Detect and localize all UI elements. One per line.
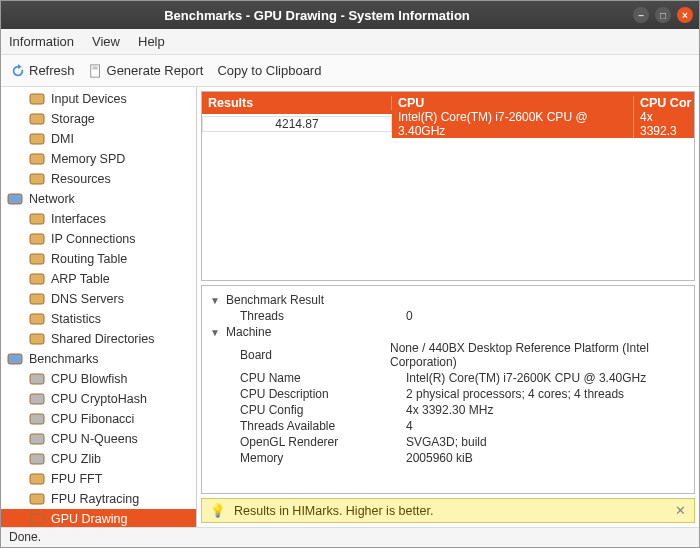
menu-help[interactable]: Help (138, 34, 165, 49)
detail-key: Memory (240, 451, 400, 465)
detail-key: CPU Name (240, 371, 400, 385)
menu-view[interactable]: View (92, 34, 120, 49)
sidebar-item-interfaces[interactable]: Interfaces (1, 209, 196, 229)
result-value: 4214.87 (202, 116, 392, 132)
sidebar-item-label: CPU Fibonacci (51, 412, 134, 426)
detail-section[interactable]: ▼Benchmark Result (210, 292, 686, 308)
cpu-icon (29, 411, 45, 427)
minimize-button[interactable]: – (633, 7, 649, 23)
col-header-results[interactable]: Results (202, 96, 392, 110)
copy-clipboard-button[interactable]: Copy to Clipboard (217, 63, 321, 78)
menu-information[interactable]: Information (9, 34, 74, 49)
detail-value: 2005960 kiB (406, 451, 473, 465)
detail-row: BoardNone / 440BX Desktop Reference Plat… (210, 340, 686, 370)
dns-icon (29, 291, 45, 307)
copy-clipboard-label: Copy to Clipboard (217, 63, 321, 78)
detail-value: 4 (406, 419, 413, 433)
svg-rect-12 (30, 274, 44, 284)
sidebar-item-label: IP Connections (51, 232, 136, 246)
detail-row: Threads0 (210, 308, 686, 324)
col-header-cpu[interactable]: CPU (392, 96, 634, 110)
svg-rect-17 (30, 374, 44, 384)
svg-rect-7 (30, 174, 44, 184)
sidebar-item-statistics[interactable]: Statistics (1, 309, 196, 329)
refresh-button[interactable]: Refresh (11, 63, 75, 78)
sidebar-item-resources[interactable]: Resources (1, 169, 196, 189)
detail-value: None / 440BX Desktop Reference Platform … (390, 341, 686, 369)
col-header-cpuconfig[interactable]: CPU Cor (634, 96, 694, 110)
result-cpu: Intel(R) Core(TM) i7-2600K CPU @ 3.40GHz (392, 110, 634, 138)
sidebar[interactable]: Input DevicesStorageDMIMemory SPDResourc… (1, 87, 197, 527)
table-row[interactable]: 4214.87 Intel(R) Core(TM) i7-2600K CPU @… (202, 114, 694, 134)
arp-icon (29, 271, 45, 287)
svg-rect-4 (30, 114, 44, 124)
hint-close-icon[interactable]: ✕ (675, 503, 686, 518)
detail-value: 4x 3392.30 MHz (406, 403, 493, 417)
generate-report-label: Generate Report (107, 63, 204, 78)
memory-icon (29, 151, 45, 167)
svg-rect-24 (30, 514, 44, 524)
sidebar-item-cpu-cryptohash[interactable]: CPU CryptoHash (1, 389, 196, 409)
shared-icon (29, 331, 45, 347)
result-cfg: 4x 3392.3 (634, 110, 694, 138)
sidebar-item-arp-table[interactable]: ARP Table (1, 269, 196, 289)
sidebar-item-fpu-raytracing[interactable]: FPU Raytracing (1, 489, 196, 509)
detail-value: 2 physical processors; 4 cores; 4 thread… (406, 387, 624, 401)
svg-rect-1 (92, 66, 97, 67)
sidebar-group-network[interactable]: Network (1, 189, 196, 209)
svg-rect-21 (30, 454, 44, 464)
fpu-icon (29, 471, 45, 487)
sidebar-item-label: FPU Raytracing (51, 492, 139, 506)
sidebar-group-label: Benchmarks (29, 352, 98, 366)
sidebar-group-benchmarks[interactable]: Benchmarks (1, 349, 196, 369)
generate-report-button[interactable]: Generate Report (89, 63, 204, 78)
sidebar-item-gpu-drawing[interactable]: GPU Drawing (1, 509, 196, 527)
sidebar-item-dmi[interactable]: DMI (1, 129, 196, 149)
sidebar-item-cpu-zlib[interactable]: CPU Zlib (1, 449, 196, 469)
detail-section-title: Machine (226, 325, 271, 339)
svg-rect-13 (30, 294, 44, 304)
lightbulb-icon: 💡 (210, 503, 226, 518)
svg-rect-23 (30, 494, 44, 504)
sidebar-item-cpu-fibonacci[interactable]: CPU Fibonacci (1, 409, 196, 429)
sidebar-item-storage[interactable]: Storage (1, 109, 196, 129)
detail-row: Threads Available4 (210, 418, 686, 434)
svg-rect-19 (30, 414, 44, 424)
fpu-icon (29, 491, 45, 507)
svg-rect-9 (30, 214, 44, 224)
maximize-button[interactable]: □ (655, 7, 671, 23)
interfaces-icon (29, 211, 45, 227)
sidebar-item-label: Interfaces (51, 212, 106, 226)
window-title: Benchmarks - GPU Drawing - System Inform… (7, 8, 627, 23)
sidebar-item-label: CPU CryptoHash (51, 392, 147, 406)
svg-rect-6 (30, 154, 44, 164)
svg-rect-14 (30, 314, 44, 324)
sidebar-item-label: CPU Blowfish (51, 372, 127, 386)
sidebar-item-cpu-n-queens[interactable]: CPU N-Queens (1, 429, 196, 449)
sidebar-item-label: Shared Directories (51, 332, 155, 346)
sidebar-item-cpu-blowfish[interactable]: CPU Blowfish (1, 369, 196, 389)
sidebar-item-fpu-fft[interactable]: FPU FFT (1, 469, 196, 489)
menubar: Information View Help (1, 29, 699, 55)
svg-rect-8 (8, 194, 22, 204)
sidebar-item-shared-directories[interactable]: Shared Directories (1, 329, 196, 349)
stats-icon (29, 311, 45, 327)
sidebar-item-label: GPU Drawing (51, 512, 127, 526)
sidebar-item-dns-servers[interactable]: DNS Servers (1, 289, 196, 309)
sidebar-group-label: Network (29, 192, 75, 206)
cpu-icon (29, 431, 45, 447)
sidebar-item-ip-connections[interactable]: IP Connections (1, 229, 196, 249)
detail-pane[interactable]: ▼Benchmark ResultThreads0▼MachineBoardNo… (201, 285, 695, 494)
storage-icon (29, 111, 45, 127)
sidebar-item-label: ARP Table (51, 272, 110, 286)
statusbar: Done. (1, 527, 699, 547)
caret-down-icon: ▼ (210, 295, 220, 306)
close-button[interactable]: × (677, 7, 693, 23)
sidebar-item-routing-table[interactable]: Routing Table (1, 249, 196, 269)
detail-value: SVGA3D; build (406, 435, 487, 449)
detail-value: Intel(R) Core(TM) i7-2600K CPU @ 3.40GHz (406, 371, 646, 385)
sidebar-item-input-devices[interactable]: Input Devices (1, 89, 196, 109)
detail-section[interactable]: ▼Machine (210, 324, 686, 340)
sidebar-item-memory-spd[interactable]: Memory SPD (1, 149, 196, 169)
svg-rect-16 (8, 354, 22, 364)
